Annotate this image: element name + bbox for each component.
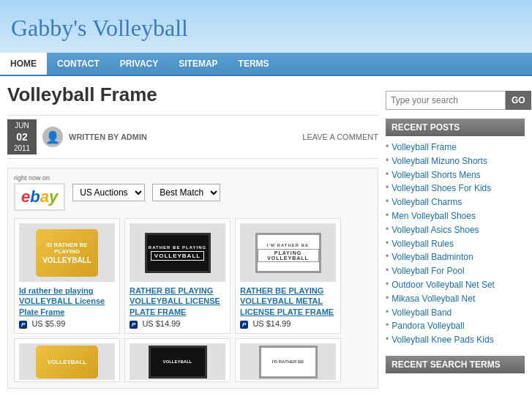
recent-posts-list: Volleyball Frame Volleyball Mizuno Short… [386,141,525,347]
ebay-logo[interactable]: ebay [14,183,65,211]
site-header: Gabby's Volleyball [0,0,532,53]
post-link-14[interactable]: Volleyball Knee Pads Kids [391,334,493,346]
product-price-1: P US $5.99 [19,319,115,329]
product-image-bottom-3: I'D RATHER BE [240,343,336,380]
post-link-7[interactable]: Volleyball Rules [391,238,454,250]
product-title-3[interactable]: RATHER BE PLAYING VOLLEYBALL METAL LICEN… [240,286,336,317]
product-image-3: I'M RATHER BE PLAYING VOLLEYBALL [240,223,336,282]
main-nav: HOME CONTACT PRIVACY SITEMAP TERMS [0,53,532,76]
ebay-widget: right now on ebay US Auctions Best Match [7,168,378,389]
post-link-0[interactable]: Volleyball Frame [391,141,457,154]
volleyball-img: ID RATHER BE PLAYING VOLLEYBALL [36,229,98,277]
search-button[interactable]: GO [506,91,531,110]
post-link-9[interactable]: Volleyball For Pool [391,265,464,277]
product-image-bottom-2: VOLLEYBALL [130,343,225,380]
nav-sitemap[interactable]: SITEMAP [168,53,228,75]
product-image-bottom-1: VOLLEYBALL [19,343,115,380]
black-plate-img: RATHER BE PLAYING VOLLEYBALL [145,233,211,273]
post-meta: JUN 02 2011 👤 WRITTEN BY ADMIN LEAVE A C… [7,115,378,159]
post-link-4[interactable]: Volleyball Charms [391,196,462,209]
auction-select[interactable]: US Auctions [72,184,145,201]
post-link-1[interactable]: Volleyball Mizuno Shorts [391,155,487,168]
post-link-10[interactable]: Outdoor Volleyball Net Set [391,279,495,291]
post-link-11[interactable]: Mikasa Volleyball Net [391,293,475,305]
recent-posts-title: RECENT POSTS [386,119,525,136]
list-item: Volleyball Knee Pads Kids [386,333,525,347]
product-grid-bottom: VOLLEYBALL VOLLEYBALL I'D RATHER BE [14,338,372,382]
paypal-icon-3: P [240,321,248,329]
post-link-2[interactable]: Volleyball Shorts Mens [391,169,480,182]
nav-home[interactable]: HOME [0,53,47,75]
site-title: Gabby's Volleyball [11,15,521,42]
list-item: Volleyball Badminton [386,250,525,264]
list-item: Volleyball For Pool [386,264,525,278]
product-card-bottom-3: I'D RATHER BE [235,338,341,382]
author-label: WRITTEN BY ADMIN [69,133,147,141]
recent-search-section: RECENT SEARCH TERMS [386,356,525,373]
thumb-bottom-2: VOLLEYBALL [149,346,207,379]
list-item: Volleyball Shoes For Kids [386,182,525,195]
nav-contact[interactable]: CONTACT [47,53,110,75]
product-grid: ID RATHER BE PLAYING VOLLEYBALL Id rathe… [14,218,372,334]
search-input[interactable] [386,91,506,110]
leave-comment-link[interactable]: LEAVE A COMMENT [302,133,378,141]
product-title-2[interactable]: RATHER BE PLAYING VOLLEYBALL LICENSE PLA… [130,286,225,317]
ebay-logo-container: right now on ebay [14,174,65,211]
list-item: Volleyball Charms [386,195,525,209]
avatar: 👤 [42,127,63,147]
thumb-bottom-3: I'D RATHER BE [259,346,318,379]
sort-select[interactable]: Best Match [152,184,220,201]
product-price-3: P US $14.99 [240,319,336,329]
recent-posts-section: RECENT POSTS Volleyball Frame Volleyball… [386,119,525,347]
search-box: GO [386,91,525,110]
list-item: Volleyball Band [386,306,525,320]
post-link-8[interactable]: Volleyball Badminton [391,251,473,264]
post-link-5[interactable]: Men Volleyball Shoes [391,210,476,223]
product-image-2: RATHER BE PLAYING VOLLEYBALL [130,223,225,282]
recent-search-title: RECENT SEARCH TERMS [386,356,525,373]
list-item: Volleyball Asics Shoes [386,223,525,237]
post-link-3[interactable]: Volleyball Shoes For Kids [391,182,491,195]
product-card-bottom-2: VOLLEYBALL [124,338,231,382]
product-card-2: RATHER BE PLAYING VOLLEYBALL RATHER BE P… [124,218,231,334]
thumb-bottom-1: VOLLEYBALL [36,346,98,379]
post-link-12[interactable]: Volleyball Band [391,307,452,319]
paypal-icon-1: P [19,321,27,329]
list-item: Volleyball Frame [386,141,525,154]
post-link-6[interactable]: Volleyball Asics Shoes [391,224,479,236]
white-plate-img: I'M RATHER BE PLAYING VOLLEYBALL [255,233,321,273]
page-title: Volleyball Frame [7,83,378,109]
list-item: Outdoor Volleyball Net Set [386,278,525,292]
product-card-1: ID RATHER BE PLAYING VOLLEYBALL Id rathe… [14,218,120,334]
product-card-bottom-1: VOLLEYBALL [14,338,120,382]
product-image-1: ID RATHER BE PLAYING VOLLEYBALL [19,223,115,282]
list-item: Men Volleyball Shoes [386,209,525,223]
post-date: JUN 02 2011 [7,119,37,154]
list-item: Volleyball Shorts Mens [386,168,525,182]
ebay-controls: right now on ebay US Auctions Best Match [14,174,372,211]
list-item: Volleyball Rules [386,237,525,251]
product-title-1[interactable]: Id rather be playing VOLLEYBALL License … [19,286,115,317]
list-item: Pandora Volleyball [386,319,525,333]
sidebar: GO RECENT POSTS Volleyball Frame Volleyb… [386,83,525,396]
product-price-2: P US $14.99 [130,319,225,329]
nav-privacy[interactable]: PRIVACY [110,53,168,75]
main-content: Volleyball Frame JUN 02 2011 👤 WRITTEN B… [7,83,378,396]
paypal-icon-2: P [130,321,138,329]
ebay-right-now: right now on [14,174,65,182]
nav-terms[interactable]: TERMS [228,53,280,75]
post-link-13[interactable]: Pandora Volleyball [391,320,464,332]
product-card-3: I'M RATHER BE PLAYING VOLLEYBALL RATHER … [235,218,341,334]
list-item: Mikasa Volleyball Net [386,292,525,306]
list-item: Volleyball Mizuno Shorts [386,154,525,168]
